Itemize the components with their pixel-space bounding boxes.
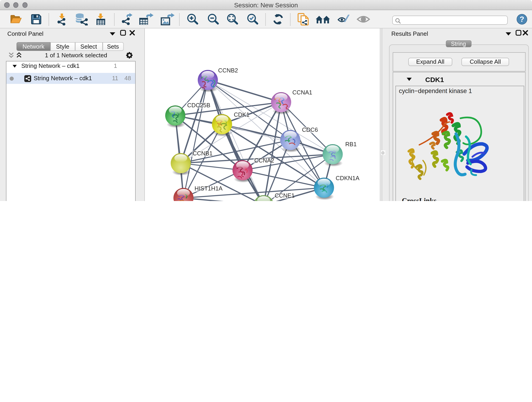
svg-text:RB1: RB1 xyxy=(345,141,356,147)
svg-text:CCNB2: CCNB2 xyxy=(218,67,238,74)
svg-text:CCNE1: CCNE1 xyxy=(274,192,294,199)
svg-text:CDK1: CDK1 xyxy=(234,111,249,118)
svg-text:CCNB1: CCNB1 xyxy=(192,150,212,157)
svg-text:CDC25B: CDC25B xyxy=(187,102,210,108)
svg-text:CCNA2: CCNA2 xyxy=(254,157,274,164)
svg-text:CDKN1A: CDKN1A xyxy=(336,175,360,181)
svg-text:CCNA1: CCNA1 xyxy=(292,89,312,96)
svg-text:CDC6: CDC6 xyxy=(302,127,318,133)
svg-text:?: ? xyxy=(519,15,524,23)
svg-text:HIST1H1A: HIST1H1A xyxy=(194,185,222,191)
